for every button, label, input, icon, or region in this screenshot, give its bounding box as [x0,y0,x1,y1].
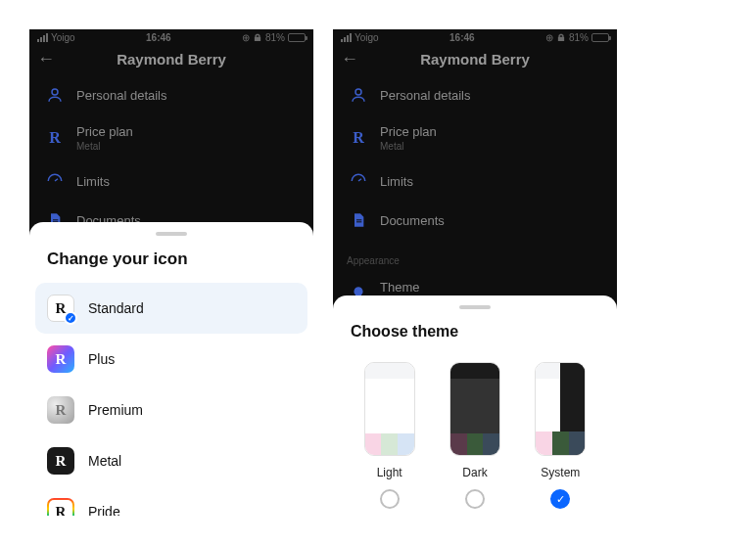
lock-icon: 🔒︎ [253,32,262,43]
battery-pct: 81% [569,32,589,43]
option-label: Premium [88,402,143,418]
icon-option-premium[interactable]: R Premium [29,385,313,435]
phone-left: Yoigo 16:46 ⊕ 🔒︎ 81% ← Raymond Berry Per… [29,29,313,516]
radio-unchecked[interactable] [465,489,485,509]
gauge-icon [45,171,65,191]
icon-option-metal[interactable]: R Metal [29,435,313,486]
svg-rect-1 [53,219,58,220]
app-icon-plus: R [47,345,74,373]
menu-price-plan[interactable]: R Price plan Metal [29,114,313,161]
person-icon [349,85,368,105]
drag-handle[interactable] [156,232,187,236]
sheet-title: Change your icon [29,250,313,283]
theme-label: Dark [462,466,487,479]
menu-label: Price plan [76,124,133,139]
drag-handle[interactable] [459,305,491,309]
menu-price-plan[interactable]: R Price plan Metal [333,114,617,161]
phone-right: Yoigo 16:46 ⊕ 🔒︎ 81% ← Raymond Berry Per… [333,29,617,516]
app-icon-pride: R [47,498,74,516]
menu-label: Personal details [76,88,167,103]
menu-label: Limits [76,174,110,189]
option-label: Metal [88,453,121,469]
option-label: Pride [88,504,120,516]
icon-option-plus[interactable]: R Plus [29,334,313,385]
svg-point-3 [355,89,361,95]
menu-sublabel: Metal [380,141,437,152]
lock-icon: 🔒︎ [556,32,566,43]
nav-bar: ← Raymond Berry [333,43,617,75]
alarm-icon: ⊕ [545,32,553,43]
menu-label: Limits [380,174,413,189]
menu-sublabel: Metal [76,141,133,152]
theme-option-light[interactable]: Light [364,362,415,509]
app-icon-premium: R [47,396,74,424]
document-icon [349,210,368,230]
status-bar: Yoigo 16:46 ⊕ 🔒︎ 81% [29,29,313,43]
icon-sheet: Change your icon R ✓ Standard R Plus R P… [29,222,313,516]
signal-icon [37,33,48,42]
theme-preview-system [535,362,586,456]
theme-option-system[interactable]: System ✓ [535,362,586,509]
section-appearance: Appearance [333,240,617,270]
menu-documents[interactable]: Documents [333,201,617,240]
menu-personal-details[interactable]: Personal details [333,75,617,114]
sheet-title: Choose theme [333,323,617,354]
battery-icon [591,33,609,42]
carrier-label: Yoigo [354,32,379,43]
theme-preview-light [364,362,415,456]
menu-limits[interactable]: Limits [29,161,313,201]
check-icon: ✓ [64,311,77,325]
theme-label: System [541,466,580,479]
battery-pct: 81% [265,32,285,43]
status-bar: Yoigo 16:46 ⊕ 🔒︎ 81% [333,29,617,43]
gauge-icon [349,171,368,191]
dimmed-background: Yoigo 16:46 ⊕ 🔒︎ 81% ← Raymond Berry Per… [333,29,617,333]
page-title: Raymond Berry [37,51,306,68]
theme-option-dark[interactable]: Dark [449,362,500,509]
option-label: Standard [88,300,144,316]
nav-bar: ← Raymond Berry [29,43,313,75]
alarm-icon: ⊕ [242,32,250,43]
person-icon [45,85,65,105]
menu-personal-details[interactable]: Personal details [29,75,313,114]
menu-label: Personal details [380,88,471,103]
app-icon-standard: R ✓ [47,295,74,322]
theme-preview-dark [449,362,500,456]
carrier-label: Yoigo [51,32,75,43]
battery-icon [288,33,306,42]
clock: 16:46 [146,32,171,43]
svg-point-0 [52,89,58,95]
svg-rect-5 [356,221,361,222]
menu-label: Price plan [380,124,437,139]
r-logo-icon: R [349,128,368,148]
menu-label: Theme [380,280,419,295]
app-icon-metal: R [47,447,74,475]
icon-option-standard[interactable]: R ✓ Standard [35,283,307,334]
radio-unchecked[interactable] [380,489,400,509]
clock: 16:46 [449,32,475,43]
radio-checked[interactable]: ✓ [550,489,570,509]
signal-icon [341,33,352,42]
svg-rect-4 [356,219,361,220]
r-logo-icon: R [45,128,65,148]
theme-label: Light [377,466,402,479]
menu-limits[interactable]: Limits [333,161,617,201]
menu-label: Documents [380,213,445,228]
theme-sheet: Choose theme Light Dark [333,295,617,516]
icon-option-pride[interactable]: R Pride [29,486,313,516]
page-title: Raymond Berry [341,51,609,68]
option-label: Plus [88,351,115,367]
